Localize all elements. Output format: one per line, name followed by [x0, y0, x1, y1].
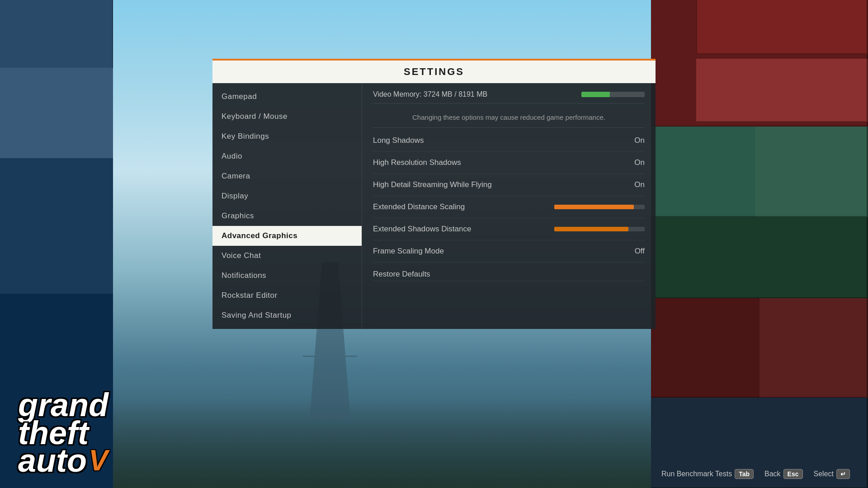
setting-row-high-res-shadows[interactable]: High Resolution ShadowsOn — [373, 152, 645, 174]
setting-label-high-res-shadows: High Resolution Shadows — [373, 158, 618, 167]
memory-bar — [581, 92, 645, 97]
settings-title: SETTINGS — [212, 59, 656, 83]
settings-content: GamepadKeyboard / MouseKey BindingsAudio… — [212, 83, 656, 329]
memory-bar-fill — [581, 92, 610, 97]
logo-v: V — [89, 448, 108, 473]
menu-item-advanced-graphics[interactable]: Advanced Graphics — [212, 226, 362, 246]
menu-item-camera[interactable]: Camera — [212, 166, 362, 186]
right-panel: Video Memory: 3724 MB / 8191 MB Changing… — [362, 83, 656, 329]
menu-item-display[interactable]: Display — [212, 186, 362, 206]
menu-item-key-bindings[interactable]: Key Bindings — [212, 127, 362, 146]
setting-row-high-detail-streaming[interactable]: High Detail Streaming While FlyingOn — [373, 174, 645, 196]
menu-item-keyboard-mouse[interactable]: Keyboard / Mouse — [212, 107, 362, 127]
setting-label-high-detail-streaming: High Detail Streaming While Flying — [373, 180, 618, 189]
select-action[interactable]: Select ↵ — [814, 469, 850, 479]
setting-row-frame-scaling-mode[interactable]: Frame Scaling ModeOff — [373, 240, 645, 263]
restore-defaults-row[interactable]: Restore Defaults — [373, 263, 645, 281]
left-menu: GamepadKeyboard / MouseKey BindingsAudio… — [212, 83, 362, 329]
setting-value-long-shadows: On — [618, 136, 645, 145]
setting-value-frame-scaling-mode: Off — [618, 247, 645, 256]
enter-key: ↵ — [836, 469, 850, 479]
menu-item-graphics[interactable]: Graphics — [212, 206, 362, 226]
restore-defaults-label[interactable]: Restore Defaults — [373, 270, 430, 279]
select-label: Select — [814, 470, 834, 478]
benchmark-label: Run Benchmark Tests — [661, 470, 732, 478]
setting-label-extended-distance-scaling: Extended Distance Scaling — [373, 202, 554, 211]
back-label: Back — [764, 470, 781, 478]
menu-item-saving-startup[interactable]: Saving And Startup — [212, 305, 362, 325]
title-text: SETTINGS — [404, 66, 464, 77]
esc-key: Esc — [783, 469, 803, 479]
back-action[interactable]: Back Esc — [764, 469, 803, 479]
setting-row-extended-distance-scaling[interactable]: Extended Distance Scaling — [373, 196, 645, 218]
slider-extended-shadows-distance[interactable] — [554, 227, 645, 231]
right-containers-bg — [651, 0, 868, 488]
gta-logo: grand theft autoV — [18, 391, 108, 474]
menu-item-rockstar-editor[interactable]: Rockstar Editor — [212, 286, 362, 305]
settings-rows-container: Long ShadowsOnHigh Resolution ShadowsOnH… — [373, 130, 645, 263]
setting-label-frame-scaling-mode: Frame Scaling Mode — [373, 247, 618, 256]
setting-value-high-detail-streaming: On — [618, 180, 645, 189]
setting-value-high-res-shadows: On — [618, 158, 645, 167]
video-memory-row: Video Memory: 3724 MB / 8191 MB — [373, 90, 645, 103]
logo-line3: autoV — [18, 447, 108, 474]
gta-text: grand theft autoV — [18, 391, 108, 474]
bottom-bar: Run Benchmark Tests Tab Back Esc Select … — [661, 469, 850, 479]
menu-item-audio[interactable]: Audio — [212, 146, 362, 166]
setting-row-long-shadows[interactable]: Long ShadowsOn — [373, 130, 645, 152]
video-memory-label: Video Memory: 3724 MB / 8191 MB — [373, 90, 581, 99]
menu-items-container: GamepadKeyboard / MouseKey BindingsAudio… — [212, 87, 362, 325]
benchmark-action[interactable]: Run Benchmark Tests Tab — [661, 469, 754, 479]
tab-key: Tab — [735, 469, 754, 479]
setting-label-long-shadows: Long Shadows — [373, 136, 618, 145]
slider-fill-extended-distance-scaling — [554, 205, 634, 209]
menu-item-notifications[interactable]: Notifications — [212, 266, 362, 286]
settings-panel: SETTINGS GamepadKeyboard / MouseKey Bind… — [212, 59, 656, 329]
setting-label-extended-shadows-distance: Extended Shadows Distance — [373, 225, 554, 234]
slider-extended-distance-scaling[interactable] — [554, 205, 645, 209]
menu-item-gamepad[interactable]: Gamepad — [212, 87, 362, 107]
setting-row-extended-shadows-distance[interactable]: Extended Shadows Distance — [373, 218, 645, 240]
slider-fill-extended-shadows-distance — [554, 227, 628, 231]
menu-item-voice-chat[interactable]: Voice Chat — [212, 246, 362, 266]
warning-text: Changing these options may cause reduced… — [373, 111, 645, 128]
